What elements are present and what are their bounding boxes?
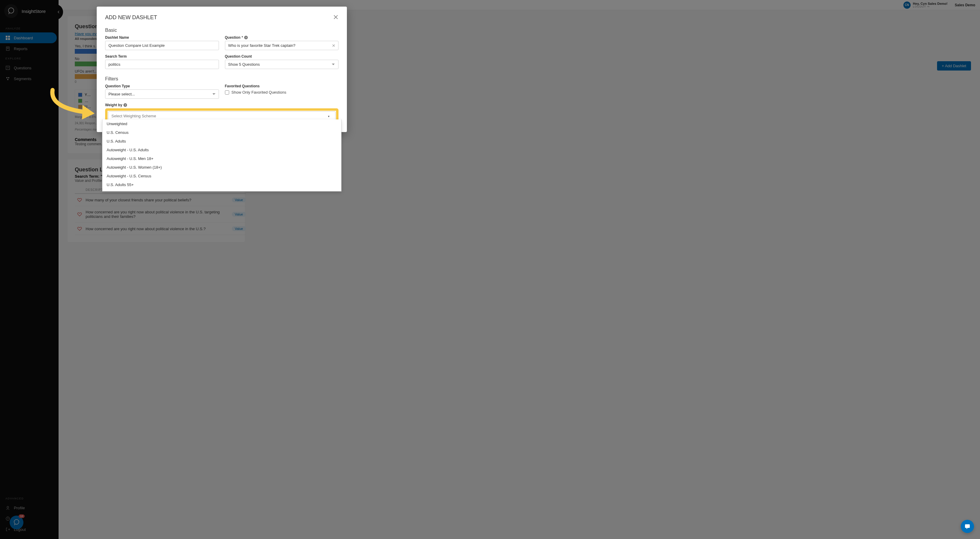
question-label: Question*? [225, 35, 339, 40]
weight-option[interactable]: Autoweight - U.S. Women (18+) [102, 163, 341, 172]
question-type-label: Question Type [105, 84, 219, 88]
weight-option[interactable]: U.S. Census [102, 128, 341, 137]
dashlet-name-label: Dashlet Name [105, 35, 219, 40]
favorited-checkbox-row[interactable]: Show Only Favorited Questions [225, 90, 339, 95]
question-count-label: Question Count [225, 54, 339, 59]
question-input[interactable] [225, 41, 339, 50]
svg-rect-17 [965, 524, 970, 528]
favorited-label: Favorited Questions [225, 84, 339, 88]
search-term-input[interactable] [105, 60, 219, 69]
question-count-select[interactable]: Show 5 Questions [225, 60, 339, 69]
weight-option[interactable]: Autoweight - U.S. Census [102, 172, 341, 181]
dashlet-name-input[interactable] [105, 41, 219, 50]
modal-close-button[interactable] [333, 13, 339, 22]
modal-title: ADD NEW DASHLET [105, 14, 157, 21]
info-icon[interactable]: ? [244, 36, 248, 39]
favorited-checkbox-label: Show Only Favorited Questions [232, 90, 286, 95]
info-icon[interactable]: ? [123, 103, 127, 107]
section-basic: Basic [105, 28, 339, 33]
intercom-launcher[interactable] [961, 520, 974, 533]
weight-option[interactable]: Unweighted [102, 119, 341, 128]
section-filters: Filters [105, 76, 339, 82]
weight-option[interactable]: Autoweight - U.S. Adults [102, 146, 341, 154]
weight-by-dropdown: UnweightedU.S. CensusU.S. AdultsAutoweig… [102, 119, 342, 192]
favorited-checkbox[interactable] [225, 90, 229, 95]
weight-option[interactable]: U.S. Adults 18-34 [102, 189, 341, 192]
weight-option[interactable]: U.S. Adults 55+ [102, 181, 341, 189]
search-term-label: Search Term [105, 54, 219, 59]
weight-option[interactable]: Autoweight - U.S. Men 18+ [102, 154, 341, 163]
chat-icon [964, 523, 971, 530]
question-type-select[interactable]: Please select... [105, 89, 219, 99]
close-icon [333, 14, 339, 20]
add-dashlet-modal: ADD NEW DASHLET Basic Dashlet Name Quest… [97, 6, 347, 132]
clear-icon[interactable]: ✕ [332, 43, 336, 48]
weight-by-label: Weight by? [105, 103, 339, 107]
weight-option[interactable]: U.S. Adults [102, 137, 341, 146]
